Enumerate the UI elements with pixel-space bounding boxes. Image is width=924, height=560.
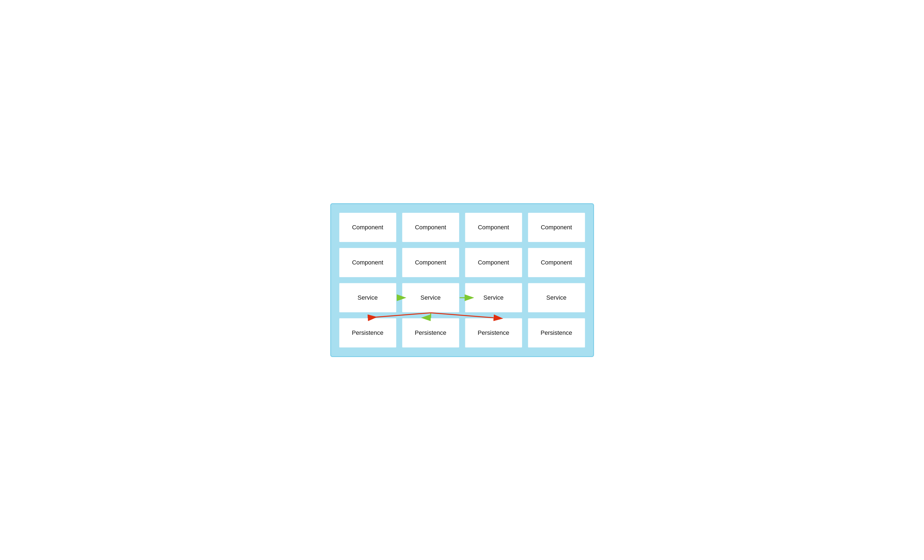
- cell-r1c2: Component: [402, 212, 460, 243]
- cell-r4c2: Persistence: [402, 318, 460, 348]
- cell-r4c3: Persistence: [465, 318, 523, 348]
- cell-r3c1: Service: [339, 283, 397, 313]
- label-r1c1: Component: [352, 224, 383, 231]
- label-r4c2: Persistence: [415, 329, 447, 337]
- cell-r1c3: Component: [465, 212, 523, 243]
- label-r3c2: Service: [420, 294, 440, 301]
- main-grid: Component Component Component Component …: [339, 212, 585, 348]
- outer-container: Component Component Component Component …: [330, 203, 594, 357]
- label-r3c3: Service: [483, 294, 503, 301]
- cell-r1c4: Component: [528, 212, 585, 243]
- label-r2c3: Component: [478, 259, 509, 266]
- cell-r3c3: Service: [465, 283, 523, 313]
- label-r4c4: Persistence: [541, 329, 572, 337]
- grid-wrapper: Component Component Component Component …: [339, 212, 585, 348]
- label-r2c4: Component: [541, 259, 572, 266]
- label-r3c1: Service: [357, 294, 378, 301]
- cell-r3c2: Service: [402, 283, 460, 313]
- label-r2c2: Component: [415, 259, 446, 266]
- cell-r4c4: Persistence: [528, 318, 585, 348]
- label-r1c2: Component: [415, 224, 446, 231]
- label-r1c3: Component: [478, 224, 509, 231]
- label-r4c1: Persistence: [352, 329, 384, 337]
- label-r2c1: Component: [352, 259, 383, 266]
- cell-r2c3: Component: [465, 247, 523, 278]
- cell-r4c1: Persistence: [339, 318, 397, 348]
- cell-r1c1: Component: [339, 212, 397, 243]
- cell-r2c1: Component: [339, 247, 397, 278]
- cell-r2c4: Component: [528, 247, 585, 278]
- cell-r2c2: Component: [402, 247, 460, 278]
- cell-r3c4: Service: [528, 283, 585, 313]
- label-r4c3: Persistence: [478, 329, 509, 337]
- label-r1c4: Component: [541, 224, 572, 231]
- label-r3c4: Service: [546, 294, 566, 301]
